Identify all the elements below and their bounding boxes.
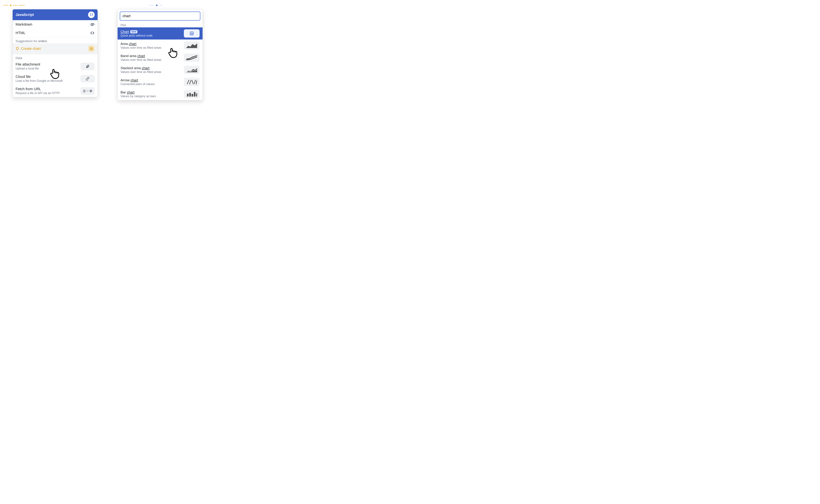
chart-icon bbox=[88, 45, 95, 52]
svg-rect-12 bbox=[189, 93, 191, 97]
menu-item-label: Cloud file bbox=[16, 75, 62, 79]
menu-item-desc: Request a file or API via an HTTP bbox=[16, 91, 60, 95]
result-desc: Connected pairs of values bbox=[120, 82, 155, 86]
plus-icon[interactable]: + bbox=[155, 3, 158, 7]
plus-icon[interactable]: + bbox=[10, 3, 12, 7]
menu-item-label: Fetch from URL bbox=[16, 87, 60, 91]
svg-rect-15 bbox=[196, 93, 197, 97]
divider bbox=[149, 5, 154, 5]
result-chart[interactable]: ChartNEW Quick plots without code bbox=[118, 27, 202, 40]
svg-rect-11 bbox=[187, 94, 189, 97]
svg-line-6 bbox=[187, 80, 189, 84]
result-stacked-area-chart[interactable]: Stacked area chart Values over time as f… bbox=[118, 64, 202, 76]
area-icon bbox=[184, 41, 200, 50]
result-desc: Values over time as filled areas bbox=[120, 46, 161, 49]
divider bbox=[18, 5, 25, 5]
fetch-icon: ••• bbox=[80, 87, 95, 95]
result-title: Bar chart bbox=[120, 90, 156, 94]
svg-rect-0 bbox=[91, 23, 94, 24]
result-desc: Quick plots without code bbox=[120, 34, 152, 37]
result-bar-chart[interactable]: Bar chart Values by category as bars bbox=[118, 88, 202, 100]
svg-rect-13 bbox=[191, 94, 193, 97]
left-column: + JavaScript Markdown HTML Suggestions f… bbox=[3, 3, 98, 100]
bar-chart-icon bbox=[184, 29, 200, 38]
menu-item-label: HTML bbox=[16, 31, 25, 35]
suggestion-create-chart[interactable]: Create chart bbox=[13, 43, 98, 54]
menu-item-javascript[interactable]: JavaScript bbox=[13, 9, 98, 20]
results-section-heading: Plot bbox=[118, 23, 202, 27]
cell-add-bar-left[interactable]: + bbox=[3, 3, 98, 7]
menu-item-label: JavaScript bbox=[16, 13, 34, 17]
result-desc: Values over time as filled areas bbox=[120, 70, 161, 74]
lightbulb-icon bbox=[16, 47, 19, 50]
right-column: + Plot ChartNEW Quick plots without code… bbox=[108, 3, 203, 100]
svg-line-7 bbox=[190, 80, 191, 84]
divider bbox=[3, 5, 8, 5]
link-icon bbox=[80, 75, 95, 82]
svg-line-9 bbox=[194, 80, 195, 84]
result-title: Area chart bbox=[120, 42, 161, 46]
result-title: ChartNEW bbox=[120, 30, 152, 34]
menu-item-label: File attachment bbox=[16, 62, 40, 67]
svg-line-10 bbox=[196, 81, 197, 84]
cell-add-bar-right[interactable]: + bbox=[108, 3, 203, 7]
result-band-area-chart[interactable]: Band area chart Values over time as fill… bbox=[118, 52, 202, 64]
suggestions-heading: Suggestions for orders bbox=[13, 37, 98, 43]
cell-search-menu: Plot ChartNEW Quick plots without code A… bbox=[117, 9, 203, 100]
angle-brackets-icon bbox=[90, 31, 95, 35]
menu-item-desc: Upload a local file bbox=[16, 67, 40, 70]
result-title: Band area chart bbox=[120, 54, 161, 58]
data-section-heading: Data bbox=[13, 54, 98, 60]
svg-rect-2 bbox=[91, 25, 93, 26]
result-desc: Values over time as filled areas bbox=[120, 58, 161, 62]
menu-item-markdown[interactable]: Markdown bbox=[13, 20, 98, 29]
menu-item-cloud-file[interactable]: Cloud file Load a file from Google or Mi… bbox=[13, 72, 98, 85]
menu-item-fetch-url[interactable]: Fetch from URL Request a file or API via… bbox=[13, 85, 98, 97]
svg-line-8 bbox=[192, 80, 193, 84]
paperclip-icon bbox=[80, 63, 95, 70]
stacked-area-icon bbox=[184, 66, 200, 74]
result-area-chart[interactable]: Area chart Values over time as filled ar… bbox=[118, 40, 202, 52]
menu-item-desc: Load a file from Google or Microsoft bbox=[16, 79, 62, 83]
cell-type-menu: JavaScript Markdown HTML Suggestions for… bbox=[12, 9, 98, 97]
divider bbox=[159, 5, 163, 5]
menu-item-file-attachment[interactable]: File attachment Upload a local file bbox=[13, 60, 98, 72]
paragraph-icon bbox=[90, 23, 95, 26]
svg-rect-14 bbox=[194, 92, 195, 97]
band-icon bbox=[184, 54, 200, 62]
search-input[interactable] bbox=[120, 12, 200, 20]
menu-item-html[interactable]: HTML bbox=[13, 29, 98, 37]
menu-item-label: Markdown bbox=[16, 22, 32, 27]
svg-rect-1 bbox=[90, 24, 95, 25]
result-title: Arrow chart bbox=[120, 78, 155, 82]
result-desc: Values by category as bars bbox=[120, 95, 156, 98]
new-badge: NEW bbox=[130, 30, 137, 33]
bars-icon bbox=[184, 90, 200, 98]
more-dots-icon[interactable] bbox=[13, 5, 17, 6]
result-title: Stacked area chart bbox=[120, 66, 161, 70]
suggestion-label: Create chart bbox=[16, 47, 41, 51]
arrow-chart-icon bbox=[184, 78, 200, 86]
braces-icon bbox=[88, 11, 95, 18]
result-arrow-chart[interactable]: Arrow chart Connected pairs of values bbox=[118, 76, 202, 88]
